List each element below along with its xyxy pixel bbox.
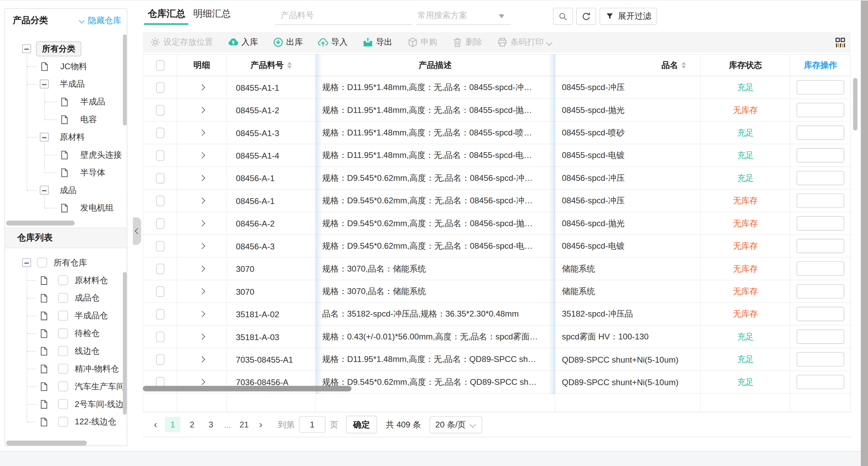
page-number[interactable]: 2 <box>185 417 199 432</box>
stock-op-input[interactable] <box>797 375 844 389</box>
warehouse-checkbox[interactable] <box>58 417 68 427</box>
tree-node-leaf[interactable]: 壁虎头连接 <box>60 146 122 164</box>
stock-op-input[interactable] <box>797 80 844 94</box>
cell-expand[interactable] <box>177 144 227 167</box>
cell-expand[interactable] <box>177 121 227 144</box>
header-name[interactable]: 品名 <box>555 54 701 76</box>
stock-op-input[interactable] <box>797 261 844 276</box>
tree-node-branch[interactable]: 成品 <box>40 181 76 199</box>
row-checkbox[interactable] <box>156 82 164 93</box>
page-number[interactable]: 21 <box>237 417 251 432</box>
tab-warehouse-summary[interactable]: 仓库汇总 <box>148 7 185 20</box>
toolbar-button-outbound[interactable]: 出库 <box>273 37 303 48</box>
warehouse-node[interactable]: 成品仓 <box>39 289 127 307</box>
cell-expand[interactable] <box>177 167 227 189</box>
cell-expand[interactable] <box>177 76 227 99</box>
warehouse-checkbox[interactable] <box>37 258 47 267</box>
tree-node-leaf[interactable]: JC物料 <box>40 58 87 75</box>
warehouse-node[interactable]: 线边仓 <box>39 342 127 360</box>
warehouse-node[interactable]: 原材料仓 <box>39 272 127 289</box>
header-part-number[interactable]: 产品料号 <box>227 54 316 76</box>
stock-op-input[interactable] <box>797 239 844 253</box>
row-checkbox[interactable] <box>156 105 164 115</box>
warehouse-checkbox[interactable] <box>58 346 68 356</box>
stock-op-input[interactable] <box>797 103 844 117</box>
tree-node-leaf[interactable]: 半导体 <box>60 164 105 181</box>
toolbar-button-printer[interactable]: 条码打印 <box>497 37 553 48</box>
collapse-minus-icon[interactable] <box>22 258 31 267</box>
toolbar-button-gear[interactable]: 设定存放位置 <box>150 37 213 48</box>
sort-caret-icon[interactable] <box>287 62 292 68</box>
cell-expand[interactable] <box>177 280 227 303</box>
row-checkbox[interactable] <box>156 150 164 161</box>
part-number-search-input[interactable]: 产品料号 <box>275 7 412 25</box>
tree-node-leaf[interactable]: 电容 <box>60 111 97 128</box>
select-all-checkbox[interactable] <box>156 60 164 71</box>
next-page-button[interactable]: › <box>256 419 266 430</box>
row-checkbox[interactable] <box>156 263 164 274</box>
warehouse-node[interactable]: 122-线边仓 <box>39 413 127 431</box>
warehouse-checkbox[interactable] <box>58 364 68 374</box>
warehouse-tree-vertical-scrollbar[interactable] <box>123 272 127 414</box>
row-checkbox[interactable] <box>156 128 164 138</box>
tree-node-leaf[interactable]: 半成品 <box>60 93 105 111</box>
toolbar-button-delete[interactable]: 删除 <box>452 37 482 48</box>
warehouse-node[interactable]: 待检仓 <box>39 324 127 342</box>
tree-node-all-categories[interactable]: 所有分类 <box>36 41 81 56</box>
tree-node-branch[interactable]: 半成品 <box>40 75 85 93</box>
toolbar-button-import[interactable]: 导入 <box>318 37 348 48</box>
row-checkbox[interactable] <box>156 195 164 206</box>
row-checkbox[interactable] <box>156 286 164 297</box>
confirm-button[interactable]: 确定 <box>346 416 377 434</box>
warehouse-checkbox[interactable] <box>58 329 68 338</box>
cell-expand[interactable] <box>177 212 227 235</box>
collapse-minus-icon[interactable] <box>40 186 49 194</box>
table-vertical-scrollbar[interactable] <box>853 78 857 130</box>
warehouse-checkbox[interactable] <box>58 399 68 409</box>
stock-op-input[interactable] <box>797 284 844 298</box>
stock-op-input[interactable] <box>797 126 844 140</box>
product-tree-horizontal-scrollbar[interactable] <box>6 221 75 226</box>
toolbar-button-export[interactable]: 导出 <box>363 37 393 48</box>
expand-filter-button[interactable]: 展开过滤 <box>600 8 657 25</box>
cell-expand[interactable] <box>177 325 227 348</box>
cell-expand[interactable] <box>177 190 227 212</box>
row-checkbox[interactable] <box>156 218 164 229</box>
row-checkbox[interactable] <box>156 241 164 251</box>
collapse-minus-icon[interactable] <box>40 133 49 142</box>
cell-expand[interactable] <box>177 235 227 258</box>
tree-node-branch[interactable]: 原材料 <box>40 128 85 146</box>
warehouse-checkbox[interactable] <box>58 275 68 285</box>
warehouse-node[interactable]: 精冲-物料仓 <box>39 360 127 378</box>
cell-expand[interactable] <box>177 348 227 371</box>
page-number-active[interactable]: 1 <box>165 417 180 432</box>
search-button[interactable] <box>553 8 573 25</box>
warehouse-checkbox[interactable] <box>58 293 68 303</box>
stock-op-input[interactable] <box>797 171 844 185</box>
warehouse-node[interactable]: 半成品仓 <box>39 307 127 324</box>
sidebar-collapse-handle[interactable] <box>133 217 141 245</box>
row-checkbox[interactable] <box>156 354 164 365</box>
stock-op-input[interactable] <box>797 193 844 208</box>
table-horizontal-scrollbar[interactable] <box>143 386 351 391</box>
stock-op-input[interactable] <box>797 148 844 162</box>
page-number[interactable]: 3 <box>204 417 218 432</box>
warehouse-tree-horizontal-scrollbar[interactable] <box>6 440 87 446</box>
product-tree-vertical-scrollbar[interactable] <box>123 34 127 125</box>
cell-expand[interactable] <box>177 99 227 121</box>
page-scrollbar[interactable] <box>861 1 868 466</box>
stock-op-input[interactable] <box>797 216 844 231</box>
collapse-minus-icon[interactable] <box>40 79 49 88</box>
tab-detail-summary[interactable]: 明细汇总 <box>193 7 231 20</box>
search-scheme-select[interactable]: 常用搜索方案 <box>416 7 511 25</box>
row-checkbox[interactable] <box>156 173 164 183</box>
stock-op-input[interactable] <box>797 352 844 366</box>
toolbar-button-inbound[interactable]: 入库 <box>228 37 258 48</box>
stock-op-input[interactable] <box>797 307 844 321</box>
warehouse-node[interactable]: 2号车间-线边仓 <box>39 395 127 413</box>
stock-op-input[interactable] <box>797 330 844 344</box>
prev-page-button[interactable]: ‹ <box>151 419 160 430</box>
collapse-minus-icon[interactable] <box>22 44 31 53</box>
row-checkbox[interactable] <box>156 309 164 319</box>
warehouse-checkbox[interactable] <box>58 381 68 391</box>
